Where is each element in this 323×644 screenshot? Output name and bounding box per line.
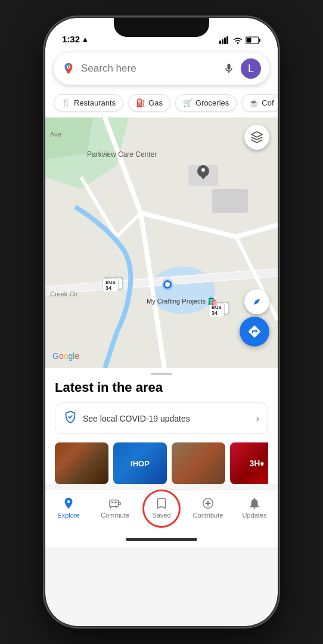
drag-handle-bar [151,373,172,375]
pill-label: Groceries [195,98,229,107]
latest-title: Latest in the area [55,377,268,402]
svg-rect-6 [259,39,261,42]
layer-button[interactable] [244,125,269,150]
svg-rect-3 [226,36,228,44]
pill-gas[interactable]: ⛽ Gas [128,94,170,112]
search-placeholder[interactable]: Search here [81,63,217,75]
directions-icon [247,324,262,339]
compass-button[interactable] [244,289,269,314]
svg-point-9 [68,66,70,68]
saved-label: Saved [152,512,170,519]
pill-label: Cof [262,98,274,107]
svg-rect-0 [219,41,221,44]
thumbnail-4[interactable] [230,442,268,484]
bus34-label-1: BUS 34 [103,278,119,292]
thumbnail-1[interactable] [55,442,108,484]
pill-coffee[interactable]: ☕ Cof [241,94,278,112]
home-indicator [45,535,278,547]
svg-point-30 [67,500,70,503]
pill-restaurants[interactable]: 🍴 Restaurants [54,94,123,112]
svg-point-27 [165,282,170,287]
svg-rect-21 [212,189,248,213]
mic-icon[interactable] [223,63,235,75]
search-bar[interactable]: Search here L [54,52,269,85]
coffee-icon: ☕ [249,98,259,107]
svg-point-4 [237,42,239,44]
thumbnail-3[interactable] [172,442,225,484]
groceries-icon: 🛒 [183,98,192,107]
drag-handle[interactable] [45,368,278,377]
contribute-label: Contribute [193,512,223,519]
status-icons [219,36,261,44]
svg-point-24 [201,168,205,172]
crafting-text: My Crafting Projects [147,298,206,305]
google-watermark: Google [52,351,79,361]
search-bar-container: Search here L [45,48,278,91]
wifi-icon [233,36,243,44]
map-area[interactable]: Parkview Care Center BUS 34 BUS 34 Ave C… [45,117,278,368]
saved-icon [155,497,168,510]
explore-icon [62,497,75,510]
updates-icon [248,497,261,510]
category-pills: 🍴 Restaurants ⛽ Gas 🛒 Groceries ☕ Cof [45,91,278,117]
svg-rect-1 [222,39,223,44]
battery-icon [246,36,261,44]
pill-label: Gas [148,98,163,107]
phone-screen: 1:32 ▲ [45,18,278,626]
nav-item-updates[interactable]: Updates [231,494,278,521]
covid-banner[interactable]: See local COVID-19 updates › [55,402,268,434]
chevron-right-icon: › [256,413,259,424]
nav-item-commute[interactable]: Commute [92,494,138,521]
shield-icon [64,410,77,426]
directions-button[interactable] [240,317,269,346]
maps-logo-icon [62,62,75,75]
ave-label: Ave [50,131,61,138]
compass-icon [251,296,262,307]
explore-label: Explore [57,512,79,519]
svg-rect-32 [111,501,114,503]
phone-frame: 1:32 ▲ [45,18,278,626]
home-bar [126,538,197,541]
location-indicator: ▲ [82,35,89,44]
svg-point-11 [150,267,215,314]
crafting-label: My Crafting Projects 🛍️ [147,296,218,306]
notch [114,18,209,37]
thumbnails-row [55,442,268,484]
nav-item-explore[interactable]: Explore [45,494,92,521]
contribute-icon [201,497,215,510]
pill-groceries[interactable]: 🛒 Groceries [175,94,237,112]
commute-icon [108,497,122,510]
user-avatar[interactable]: L [241,58,261,79]
restaurants-icon: 🍴 [61,98,71,107]
updates-label: Updates [243,512,267,519]
parkview-label: Parkview Care Center [87,150,157,159]
bottom-sheet: Latest in the area See local COVID-19 up… [45,377,278,484]
svg-rect-7 [247,38,251,43]
covid-text: See local COVID-19 updates [83,414,250,423]
bottom-nav: Explore Commute Sa [45,489,278,535]
status-time: 1:32 ▲ [62,34,89,44]
place-label-text: Parkview Care Center [87,150,157,159]
nav-item-saved[interactable]: Saved [138,494,185,521]
time-display: 1:32 [62,34,80,44]
creek-label: Creek Cir [50,290,77,298]
layers-icon [250,131,263,144]
thumbnail-2[interactable] [113,442,167,484]
svg-rect-2 [224,38,226,44]
pill-label: Restaurants [74,98,116,107]
commute-label: Commute [101,512,129,519]
gas-icon: ⛽ [136,98,145,107]
svg-rect-31 [110,500,119,507]
svg-rect-33 [114,501,117,503]
nav-item-contribute[interactable]: Contribute [185,494,231,521]
signal-icon [219,36,230,44]
